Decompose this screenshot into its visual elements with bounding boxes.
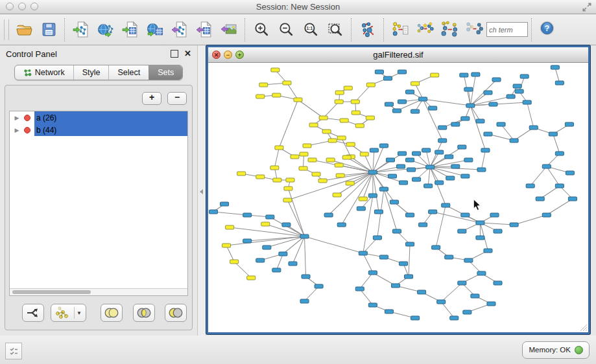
graph-node — [275, 146, 283, 150]
expand-arrow-icon[interactable]: ▶ — [10, 124, 24, 136]
graph-node — [412, 177, 421, 181]
graph-node — [302, 275, 310, 279]
graph-node — [247, 276, 256, 280]
search-input[interactable] — [486, 22, 528, 37]
graph-node — [344, 86, 352, 90]
horizontal-scrollbar[interactable] — [10, 288, 187, 295]
minimize-window-button[interactable] — [18, 3, 26, 10]
graph-node — [282, 223, 291, 227]
float-panel-icon[interactable] — [171, 50, 178, 58]
network-stars-icon — [416, 20, 435, 39]
graph-node — [308, 158, 316, 162]
toolbar-separator — [531, 18, 532, 41]
graph-node — [289, 262, 297, 266]
network-window-titlebar[interactable]: ✕ − + galFiltered.sif — [208, 47, 588, 63]
memory-status-button[interactable]: Memory: OK — [522, 341, 590, 359]
new-network-from-selection-icon — [465, 20, 484, 39]
import-network-from-web-button[interactable] — [93, 17, 118, 43]
add-set-button[interactable]: + — [142, 92, 161, 105]
zoom-in-button[interactable] — [249, 17, 274, 43]
zoom-out-button[interactable] — [274, 17, 298, 43]
expand-arrow-icon[interactable]: ▶ — [10, 111, 24, 124]
export-table-button[interactable] — [192, 17, 217, 43]
graph-node — [388, 174, 396, 178]
sets-list[interactable]: ▶ a (26) ▶ b (44) — [9, 111, 188, 296]
zoom-fit-selected-button[interactable] — [323, 17, 348, 43]
tab-network[interactable]: Network — [15, 65, 73, 80]
clone-network-button[interactable] — [412, 17, 437, 43]
resize-grip-icon[interactable] — [578, 323, 588, 332]
tab-select[interactable]: Select — [108, 65, 149, 80]
graph-node — [466, 104, 475, 108]
graph-node — [383, 76, 392, 80]
frame-close-button[interactable]: ✕ — [212, 51, 221, 59]
create-set-from-network-button[interactable]: ▼ — [51, 304, 86, 322]
toolbar-drag-handle[interactable] — [4, 19, 9, 40]
remove-set-button[interactable]: − — [167, 92, 187, 105]
scrollbar-thumb[interactable] — [12, 290, 91, 294]
graph-node — [555, 152, 564, 155]
create-network-from-file-button[interactable] — [388, 17, 412, 43]
export-network-button[interactable] — [167, 17, 192, 43]
export-image-button[interactable] — [217, 17, 241, 43]
difference-sets-button[interactable] — [165, 304, 187, 322]
collapse-arrow-icon[interactable] — [200, 189, 203, 194]
graph-node — [438, 126, 447, 130]
import-network-from-file-button[interactable] — [69, 17, 93, 43]
list-item-set-b[interactable]: ▶ b (44) — [10, 124, 187, 136]
new-network-from-selection-button[interactable] — [462, 17, 486, 43]
graph-node — [471, 294, 479, 298]
memory-ok-icon — [575, 346, 583, 354]
export-image-icon — [221, 21, 238, 38]
control-panel-title: Control Panel — [6, 49, 57, 59]
graph-node — [273, 178, 281, 182]
close-panel-icon[interactable]: ✕ — [184, 51, 191, 57]
graph-node — [484, 132, 492, 136]
close-window-button[interactable] — [6, 3, 14, 10]
split-sets-button[interactable] — [22, 304, 44, 322]
frame-maximize-button[interactable]: + — [235, 51, 244, 59]
fullscreen-icon[interactable] — [582, 2, 592, 12]
zoom-fit-selected-icon — [328, 21, 344, 38]
network-canvas[interactable] — [208, 63, 588, 332]
graph-node — [370, 148, 378, 152]
network-to-file-icon — [391, 20, 410, 39]
tab-style[interactable]: Style — [73, 65, 109, 80]
union-sets-button[interactable] — [101, 304, 123, 322]
graph-node — [256, 95, 265, 98]
list-item-set-a[interactable]: ▶ a (26) — [10, 111, 187, 124]
graph-node — [424, 184, 433, 188]
graph-node — [494, 229, 502, 233]
import-table-from-file-button[interactable] — [118, 17, 143, 43]
dropdown-caret-icon[interactable]: ▼ — [77, 310, 82, 316]
open-session-button[interactable] — [12, 17, 36, 43]
zoom-window-button[interactable] — [30, 3, 38, 10]
graph-node — [536, 197, 544, 201]
graph-node — [461, 213, 470, 217]
zoom-actual-size-button[interactable]: 1:1 — [298, 17, 323, 43]
graph-node — [398, 100, 406, 104]
import-table-from-web-button[interactable] — [143, 17, 167, 43]
graph-node — [490, 213, 499, 217]
intersect-sets-button[interactable] — [133, 304, 155, 322]
frame-minimize-button[interactable]: − — [224, 51, 232, 59]
graph-node — [368, 303, 377, 307]
apply-layout-button[interactable] — [355, 17, 380, 43]
graph-node — [520, 74, 529, 78]
graph-node — [375, 70, 383, 74]
graph-node — [243, 239, 252, 243]
graph-node — [261, 222, 270, 226]
network-graph[interactable] — [208, 63, 588, 332]
graph-node — [418, 290, 426, 294]
network-window[interactable]: ✕ − + galFiltered.sif — [206, 45, 590, 334]
first-neighbors-button[interactable] — [437, 17, 462, 43]
save-session-button[interactable] — [36, 17, 61, 43]
graph-node — [391, 284, 399, 288]
graph-node — [283, 198, 292, 202]
help-button[interactable]: ? — [540, 21, 554, 38]
task-history-button[interactable] — [5, 343, 22, 359]
graph-node — [464, 258, 473, 262]
panel-splitter[interactable] — [198, 45, 206, 336]
tab-sets[interactable]: Sets — [149, 65, 182, 80]
graph-node — [256, 258, 265, 262]
